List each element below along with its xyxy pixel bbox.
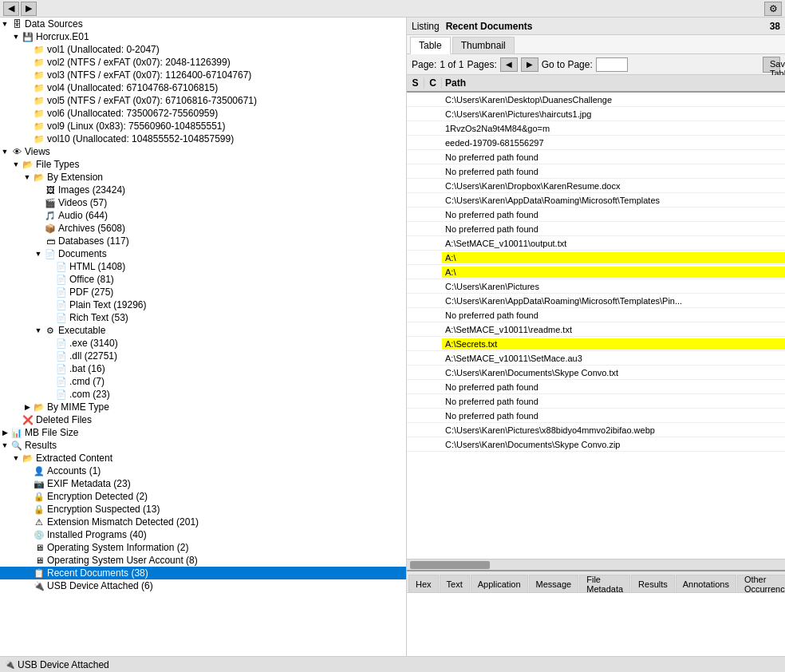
tree-item-exe[interactable]: 📄 .exe (3140): [0, 337, 406, 350]
table-body[interactable]: C:\Users\Karen\Desktop\DuanesChallenge C…: [407, 93, 785, 559]
expander-videos[interactable]: [34, 198, 43, 208]
tree-item-executable[interactable]: ▼ ⚙ Executable: [0, 324, 406, 337]
tree-item-recent-docs[interactable]: 📋 Recent Documents (38): [0, 567, 406, 579]
expander-audio[interactable]: [34, 211, 43, 220]
expander-vol6[interactable]: [22, 109, 32, 118]
tree-item-vol5[interactable]: 📁 vol5 (NTFS / exFAT (0x07): 67106816-73…: [0, 94, 406, 107]
tree-item-file-types[interactable]: ▼ 📂 File Types: [0, 158, 406, 171]
next-page-button[interactable]: ▶: [521, 57, 538, 72]
expander-documents[interactable]: ▼: [34, 249, 43, 259]
expander-horcrux[interactable]: ▼: [11, 32, 21, 42]
table-row[interactable]: No preferred path found: [407, 308, 785, 322]
tree-item-os-user-account[interactable]: 🖥 Operating System User Account (8): [0, 554, 406, 567]
tree-item-extracted-content[interactable]: ▼ 📂 Extracted Content: [0, 452, 406, 464]
tree-item-html[interactable]: 📄 HTML (1408): [0, 260, 406, 273]
expander-dll[interactable]: [45, 351, 54, 361]
table-row[interactable]: No preferred path found: [407, 394, 785, 409]
expander-mb-filesize[interactable]: ▶: [0, 428, 10, 437]
tree-item-installed-programs[interactable]: 💿 Installed Programs (40): [0, 528, 406, 541]
tree-item-databases[interactable]: 🗃 Databases (117): [0, 235, 406, 247]
expander-plaintext[interactable]: [45, 300, 54, 310]
expander-vol1[interactable]: [22, 45, 32, 54]
expander-pdf[interactable]: [45, 287, 54, 297]
tree-item-audio[interactable]: 🎵 Audio (644): [0, 209, 406, 222]
tree-item-os-info[interactable]: 🖥 Operating System Information (2): [0, 541, 406, 554]
tree-item-exif-metadata[interactable]: 📷 EXIF Metadata (23): [0, 477, 406, 490]
h-scroll-area[interactable]: [407, 559, 785, 570]
expander-bat[interactable]: [45, 364, 54, 374]
tree-item-cmd[interactable]: 📄 .cmd (7): [0, 375, 406, 388]
tree-item-encryption-detected[interactable]: 🔒 Encryption Detected (2): [0, 490, 406, 503]
table-row[interactable]: A:\: [407, 265, 785, 279]
expander-os-info[interactable]: [22, 543, 32, 552]
expander-cmd[interactable]: [45, 377, 54, 386]
table-row[interactable]: 1RvzOs2Na9t4M84&go=m: [407, 121, 785, 136]
expander-office[interactable]: [45, 275, 54, 284]
save-table-button[interactable]: Save Table as: [763, 57, 780, 73]
table-row[interactable]: C:\Users\Karen\Pictures\x88bidyo4mmvo2ib…: [407, 423, 785, 437]
expander-vol3[interactable]: [22, 70, 32, 80]
expander-extension-mismatch[interactable]: [22, 517, 32, 527]
bottom-tab-file-metadata[interactable]: File Metadata: [579, 575, 630, 592]
expander-richtext[interactable]: [45, 313, 54, 322]
expander-usb-device[interactable]: [22, 581, 32, 591]
table-row[interactable]: C:\Users\Karen\Dropbox\KarenResume.docx: [407, 179, 785, 193]
tree-item-results[interactable]: ▼ 🔍 Results: [0, 439, 406, 452]
expander-data-sources[interactable]: ▼: [0, 19, 10, 29]
expander-deleted[interactable]: [11, 415, 21, 425]
tree-item-plaintext[interactable]: 📄 Plain Text (19296): [0, 298, 406, 311]
bottom-tab-results[interactable]: Results: [631, 575, 675, 592]
table-row[interactable]: C:\Users\Karen\Pictures: [407, 279, 785, 294]
expander-views[interactable]: ▼: [0, 147, 10, 156]
tree-item-deleted[interactable]: ❌ Deleted Files: [0, 413, 406, 426]
table-row[interactable]: C:\Users\Karen\Documents\Skype Convo.zip: [407, 437, 785, 452]
expander-exe[interactable]: [45, 338, 54, 348]
tree-item-images[interactable]: 🖼 Images (23424): [0, 184, 406, 196]
expander-extracted-content[interactable]: ▼: [11, 453, 21, 463]
back-button[interactable]: ◀: [3, 2, 19, 16]
expander-accounts[interactable]: [22, 466, 32, 476]
tree-container[interactable]: ▼ 🗄 Data Sources ▼ 💾 Horcrux.E01 📁 vol1 …: [0, 18, 406, 656]
table-row[interactable]: A:\SetMACE_v10011\output.txt: [407, 236, 785, 251]
bottom-tab-annotations[interactable]: Annotations: [676, 575, 736, 592]
tree-item-views[interactable]: ▼ 👁 Views: [0, 145, 406, 158]
goto-input[interactable]: [596, 57, 628, 72]
table-row[interactable]: C:\Users\Karen\AppData\Roaming\Microsoft…: [407, 193, 785, 208]
table-row[interactable]: No preferred path found: [407, 409, 785, 423]
tree-item-vol2[interactable]: 📁 vol2 (NTFS / exFAT (0x07): 2048-112639…: [0, 56, 406, 69]
tree-item-dll[interactable]: 📄 .dll (22751): [0, 350, 406, 362]
tree-item-bat[interactable]: 📄 .bat (16): [0, 362, 406, 375]
expander-exif-metadata[interactable]: [22, 479, 32, 488]
expander-executable[interactable]: ▼: [34, 326, 43, 335]
table-row[interactable]: C:\Users\Karen\Desktop\DuanesChallenge: [407, 93, 785, 107]
tree-item-com[interactable]: 📄 .com (23): [0, 388, 406, 401]
expander-databases[interactable]: [34, 236, 43, 246]
prev-page-button[interactable]: ◀: [500, 57, 518, 72]
expander-installed-programs[interactable]: [22, 530, 32, 540]
table-row[interactable]: C:\Users\Karen\Pictures\haircuts1.jpg: [407, 107, 785, 121]
table-row[interactable]: A:\SetMACE_v10011\readme.txt: [407, 322, 785, 337]
table-row[interactable]: No preferred path found: [407, 222, 785, 236]
tree-item-archives[interactable]: 📦 Archives (5608): [0, 222, 406, 235]
table-row[interactable]: C:\Users\Karen\AppData\Roaming\Microsoft…: [407, 294, 785, 308]
expander-encryption-suspected[interactable]: [22, 504, 32, 514]
table-row[interactable]: No preferred path found: [407, 380, 785, 394]
table-row[interactable]: eeded-19709-681556297: [407, 136, 785, 150]
expander-vol5[interactable]: [22, 96, 32, 105]
expander-images[interactable]: [34, 185, 43, 195]
table-row[interactable]: No preferred path found: [407, 150, 785, 164]
tree-item-richtext[interactable]: 📄 Rich Text (53): [0, 311, 406, 324]
table-row[interactable]: C:\Users\Karen\Documents\Skype Convo.txt: [407, 366, 785, 380]
expander-vol9[interactable]: [22, 121, 32, 131]
expander-vol2[interactable]: [22, 57, 32, 67]
tree-item-mb-filesize[interactable]: ▶ 📊 MB File Size: [0, 426, 406, 439]
table-row[interactable]: A:\SetMACE_v10011\SetMace.au3: [407, 351, 785, 366]
tree-item-by-mime[interactable]: ▶ 📂 By MIME Type: [0, 401, 406, 413]
tree-item-by-extension[interactable]: ▼ 📂 By Extension: [0, 171, 406, 184]
tree-item-vol9[interactable]: 📁 vol9 (Linux (0x83): 75560960-104855551…: [0, 120, 406, 132]
tree-item-horcrux[interactable]: ▼ 💾 Horcrux.E01: [0, 30, 406, 43]
expander-by-mime[interactable]: ▶: [22, 402, 32, 412]
expander-html[interactable]: [45, 262, 54, 271]
tree-item-accounts[interactable]: 👤 Accounts (1): [0, 464, 406, 477]
expander-vol4[interactable]: [22, 83, 32, 93]
